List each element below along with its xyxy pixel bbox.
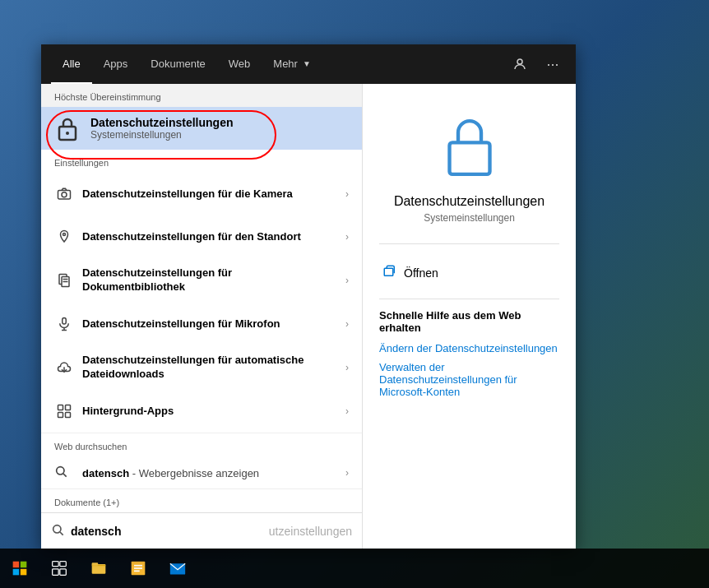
app-icon-area [441, 112, 498, 181]
best-match-text: Datenschutzeinstellungen Systemeinstellu… [90, 116, 349, 141]
nav-tabs: Alle Apps Dokumente Web Mehr ▼ [51, 44, 507, 84]
microphone-icon [54, 317, 74, 331]
open-button[interactable]: Öffnen [379, 257, 559, 289]
best-match-title: Datenschutzeinstellungen [90, 116, 349, 129]
right-panel: Datenschutzeinstellungen Systemeinstellu… [362, 84, 576, 549]
right-divider-1 [379, 243, 559, 244]
web-header: Web durchsuchen [41, 433, 362, 456]
svg-rect-22 [449, 143, 489, 175]
docs-section: Dokumente (1+) [41, 488, 362, 512]
left-panel: Höchste Übereinstimmung Datenschutzeinst… [41, 84, 362, 549]
settings-item-mikrofon[interactable]: Datenschutzeinstellungen für Mikrofon › [41, 303, 362, 345]
settings-item-dokument-label: Datenschutzeinstellungen für Dokumentbib… [82, 266, 337, 294]
search-icon [54, 465, 74, 480]
chevron-right-icon-3: › [345, 275, 349, 286]
tab-apps[interactable]: Apps [92, 44, 140, 84]
settings-item-kamera-label: Datenschutzeinstellungen für die Kamera [82, 188, 337, 201]
svg-rect-10 [63, 318, 67, 325]
best-match-item[interactable]: Datenschutzeinstellungen Systemeinstellu… [41, 107, 362, 150]
docs-header: Dokumente (1+) [41, 489, 362, 512]
tab-dokumente[interactable]: Dokumente [139, 44, 216, 84]
tab-web[interactable]: Web [217, 44, 262, 84]
sticky-notes-button[interactable] [118, 549, 158, 588]
best-match-subtitle: Systemeinstellungen [90, 129, 349, 141]
start-button[interactable] [0, 549, 39, 588]
searchbar-icon [51, 523, 64, 539]
svg-point-5 [63, 234, 66, 236]
open-label: Öffnen [404, 266, 438, 280]
taskbar [0, 549, 709, 588]
search-input-suffix: utzeinstellungen [269, 525, 352, 538]
settings-item-dokument[interactable]: Datenschutzeinstellungen für Dokumentbib… [41, 258, 362, 303]
best-match-header: Höchste Übereinstimmung [41, 84, 362, 107]
quick-help-title: Schnelle Hilfe aus dem Web erhalten [379, 309, 559, 334]
svg-line-19 [63, 474, 67, 477]
apps-icon [54, 404, 74, 419]
settings-item-mikrofon-label: Datenschutzeinstellungen für Mikrofon [82, 317, 337, 331]
mail-button[interactable] [158, 549, 197, 588]
cloud-download-icon [54, 360, 74, 375]
right-app-subtitle: Systemeinstellungen [424, 212, 515, 224]
chevron-right-icon: › [345, 188, 349, 200]
settings-item-hintergrund[interactable]: Hintergrund-Apps › [41, 390, 362, 433]
settings-header: Einstellungen [41, 150, 362, 173]
svg-rect-27 [21, 569, 27, 576]
svg-rect-24 [13, 562, 20, 568]
svg-rect-28 [53, 562, 58, 567]
right-app-title: Datenschutzeinstellungen [394, 194, 544, 209]
file-explorer-button[interactable] [79, 549, 118, 588]
task-view-button[interactable] [39, 549, 79, 588]
settings-item-kamera[interactable]: Datenschutzeinstellungen für die Kamera … [41, 173, 362, 215]
chevron-right-web: › [345, 467, 349, 479]
svg-point-20 [53, 525, 61, 533]
search-content: Höchste Übereinstimmung Datenschutzeinst… [41, 84, 576, 549]
chevron-right-icon-2: › [345, 231, 349, 243]
right-divider-2 [379, 299, 559, 299]
svg-rect-23 [384, 269, 393, 276]
more-options-icon[interactable]: ··· [540, 51, 566, 77]
settings-item-dateidownloads[interactable]: Datenschutzeinstellungen für automatisch… [41, 345, 362, 390]
desktop: Alle Apps Dokumente Web Mehr ▼ [0, 0, 709, 588]
chevron-right-icon-5: › [345, 362, 349, 373]
svg-rect-15 [66, 405, 71, 410]
web-section: Web durchsuchen datensch - Webergebnisse… [41, 433, 362, 488]
search-panel: Alle Apps Dokumente Web Mehr ▼ [41, 44, 576, 549]
chevron-right-icon-4: › [345, 318, 349, 330]
svg-rect-17 [66, 413, 71, 418]
person-icon[interactable] [507, 51, 533, 77]
svg-point-2 [66, 132, 69, 135]
chevron-down-icon: ▼ [303, 59, 311, 68]
web-search-item[interactable]: datensch - Webergebnisse anzeigen › [41, 456, 362, 488]
svg-point-0 [517, 59, 522, 64]
web-item-text: datensch - Webergebnisse anzeigen [82, 465, 337, 480]
settings-item-standort[interactable]: Datenschutzeinstellungen für den Standor… [41, 215, 362, 258]
svg-point-4 [62, 192, 67, 197]
svg-rect-25 [21, 562, 27, 568]
svg-line-21 [60, 532, 63, 535]
quick-help-link-1[interactable]: Ändern der Datenschutzeinstellungen [379, 342, 559, 354]
search-bar: utzeinstellungen [41, 512, 362, 549]
svg-rect-33 [92, 563, 99, 565]
open-icon [382, 264, 397, 282]
location-icon [54, 229, 74, 244]
tab-alle[interactable]: Alle [51, 44, 92, 84]
settings-section: Einstellungen Datenschutzeinstellungen f… [41, 150, 362, 433]
chevron-right-icon-6: › [345, 405, 349, 417]
settings-item-standort-label: Datenschutzeinstellungen für den Standor… [82, 230, 337, 244]
settings-item-hintergrund-label: Hintergrund-Apps [82, 405, 337, 419]
svg-rect-29 [60, 562, 67, 567]
document-icon [54, 273, 74, 288]
svg-rect-16 [58, 413, 63, 418]
quick-help-link-2[interactable]: Verwalten der Datenschutzeinstellungen f… [379, 361, 559, 398]
search-nav: Alle Apps Dokumente Web Mehr ▼ [41, 44, 576, 84]
search-input[interactable] [71, 525, 262, 538]
svg-rect-31 [60, 569, 67, 576]
svg-point-18 [57, 467, 64, 475]
nav-icons: ··· [507, 51, 566, 77]
camera-icon [54, 187, 74, 201]
settings-item-dateidownloads-label: Datenschutzeinstellungen für automatisch… [82, 354, 337, 382]
lock-icon [54, 115, 81, 141]
svg-rect-14 [58, 405, 63, 410]
tab-mehr[interactable]: Mehr ▼ [262, 44, 322, 84]
taskbar-items [39, 549, 197, 588]
